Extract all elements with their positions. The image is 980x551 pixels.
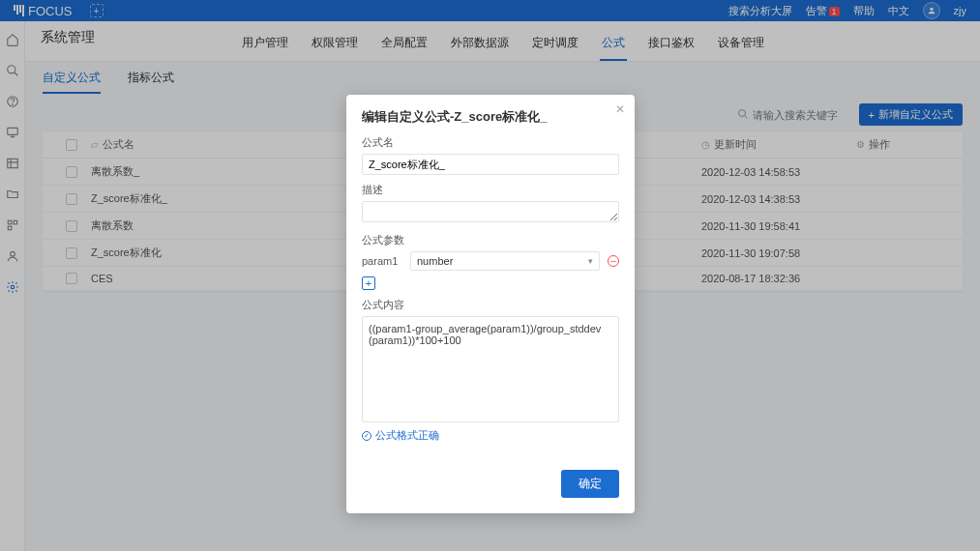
close-icon[interactable]: ✕ — [615, 102, 625, 116]
param-row: param1 number ▾ − — [362, 251, 619, 271]
edit-formula-modal: ✕ 编辑自定义公式-Z_score标准化_ 公式名 描述 公式参数 param1… — [346, 95, 635, 513]
label-params: 公式参数 — [362, 233, 619, 247]
confirm-button[interactable]: 确定 — [561, 470, 619, 498]
check-icon: ✓ — [362, 431, 371, 441]
label-desc: 描述 — [362, 183, 619, 197]
format-status: ✓ 公式格式正确 — [362, 428, 619, 443]
modal-title: 编辑自定义公式-Z_score标准化_ — [362, 108, 619, 126]
param-type-select[interactable]: number ▾ — [410, 251, 600, 271]
chevron-down-icon: ▾ — [588, 256, 593, 266]
formula-desc-input[interactable] — [362, 201, 619, 222]
formula-name-input[interactable] — [362, 154, 619, 175]
delete-param-icon[interactable]: − — [608, 255, 619, 267]
param-name: param1 — [362, 255, 402, 267]
formula-content-input[interactable]: ((param1-group_average(param1))/group_st… — [362, 316, 619, 422]
label-content: 公式内容 — [362, 298, 619, 312]
label-name: 公式名 — [362, 135, 619, 150]
add-param-button[interactable]: + — [362, 276, 375, 290]
